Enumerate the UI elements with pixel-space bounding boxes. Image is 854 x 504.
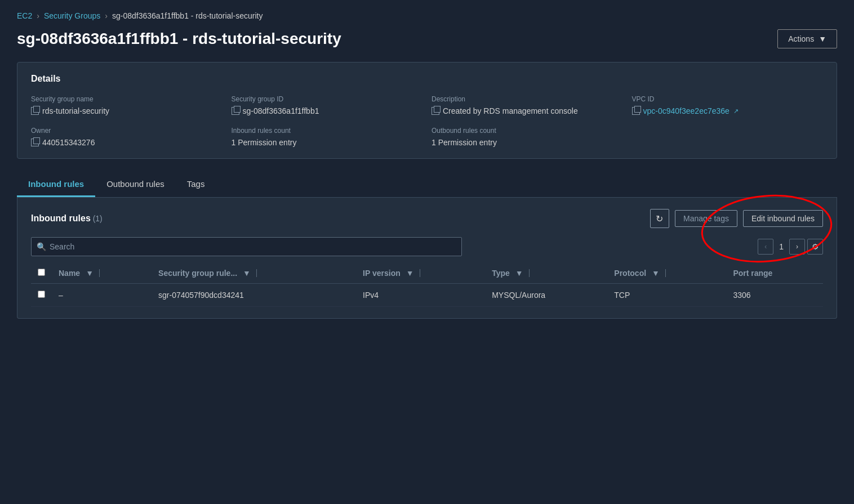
col-label-ip-version: IP version — [363, 269, 401, 278]
table-scroll-container[interactable]: Name ▼ Security group rule... ▼ — [31, 263, 823, 307]
detail-label-vpc-id: VPC ID — [632, 95, 824, 103]
col-divider-protocol — [665, 269, 666, 277]
row-protocol: TCP — [607, 284, 726, 307]
edit-inbound-rules-button[interactable]: Edit inbound rules — [743, 210, 823, 227]
detail-value-vpc-id: vpc-0c940f3ee2ec7e36e ↗ — [632, 106, 824, 115]
col-header-rule-id[interactable]: Security group rule... ▼ — [152, 263, 356, 284]
col-header-ip-version[interactable]: IP version ▼ — [356, 263, 485, 284]
page-number: 1 — [776, 242, 787, 251]
detail-security-group-id: Security group ID sg-08df3636a1f1ffbb1 — [232, 95, 423, 115]
details-card: Details Security group name rds-tutorial… — [17, 62, 837, 159]
detail-label-inbound-count: Inbound rules count — [232, 127, 423, 135]
sg-id-text: sg-08df3636a1f1ffbb1 — [243, 106, 319, 115]
copy-icon-sg-name[interactable] — [31, 107, 39, 115]
search-icon: 🔍 — [37, 242, 46, 251]
detail-value-sg-id: sg-08df3636a1f1ffbb1 — [232, 106, 423, 115]
manage-tags-button[interactable]: Manage tags — [675, 210, 737, 227]
rules-title-wrapper: Inbound rules (1) — [31, 213, 103, 224]
detail-label-sg-name: Security group name — [31, 95, 223, 103]
table-settings-button[interactable]: ⚙ — [807, 239, 823, 255]
detail-security-group-name: Security group name rds-tutorial-securit… — [31, 95, 223, 115]
detail-inbound-count: Inbound rules count 1 Permission entry — [232, 127, 423, 147]
row-ip-version: IPv4 — [356, 284, 485, 307]
breadcrumb-sep-1: › — [37, 11, 39, 20]
breadcrumb: EC2 › Security Groups › sg-08df3636a1f1f… — [17, 11, 837, 20]
sort-icon-name: ▼ — [86, 269, 94, 278]
col-label-type: Type — [492, 269, 510, 278]
actions-button[interactable]: Actions ▼ — [777, 29, 837, 48]
breadcrumb-current: sg-08df3636a1f1ffbb1 - rds-tutorial-secu… — [112, 11, 263, 20]
tab-outbound-rules[interactable]: Outbound rules — [95, 172, 176, 197]
next-page-button[interactable]: › — [789, 239, 805, 255]
copy-icon-sg-id[interactable] — [232, 107, 239, 115]
table-header-row: Name ▼ Security group rule... ▼ — [31, 263, 823, 284]
col-divider-rule-id — [256, 269, 257, 277]
tab-tags[interactable]: Tags — [176, 172, 216, 197]
rules-title: Inbound rules — [31, 213, 91, 223]
detail-value-sg-name: rds-tutorial-security — [31, 106, 223, 115]
tabs: Inbound rules Outbound rules Tags — [17, 172, 837, 197]
detail-value-owner: 440515343276 — [31, 138, 223, 147]
detail-outbound-count: Outbound rules count 1 Permission entry — [432, 127, 623, 147]
copy-icon-description[interactable] — [432, 107, 439, 115]
sg-name-text: rds-tutorial-security — [42, 106, 109, 115]
col-label-port-range: Port range — [733, 269, 772, 278]
detail-value-inbound-count: 1 Permission entry — [232, 138, 423, 147]
detail-label-outbound-count: Outbound rules count — [432, 127, 623, 135]
row-rule-id: sgr-074057f90dcd34241 — [152, 284, 356, 307]
row-checkbox-cell — [31, 284, 52, 307]
detail-vpc-id: VPC ID vpc-0c940f3ee2ec7e36e ↗ — [632, 95, 824, 115]
breadcrumb-ec2[interactable]: EC2 — [17, 11, 32, 20]
detail-owner: Owner 440515343276 — [31, 127, 223, 147]
select-all-checkbox[interactable] — [38, 269, 45, 276]
owner-text: 440515343276 — [42, 138, 95, 147]
tab-inbound-rules[interactable]: Inbound rules — [17, 172, 95, 197]
row-port-range: 3306 — [726, 284, 823, 307]
details-grid: Security group name rds-tutorial-securit… — [31, 95, 823, 147]
outbound-count-text: 1 Permission entry — [432, 138, 497, 147]
col-header-port-range: Port range — [726, 263, 823, 284]
settings-icon: ⚙ — [812, 242, 819, 251]
rules-count: (1) — [93, 214, 103, 223]
col-divider-type — [529, 269, 530, 277]
detail-description: Description Created by RDS management co… — [432, 95, 623, 115]
col-divider-name — [99, 269, 100, 277]
col-label-name: Name — [59, 269, 80, 278]
row-type: MYSQL/Aurora — [485, 284, 607, 307]
page-header: sg-08df3636a1f1ffbb1 - rds-tutorial-secu… — [17, 29, 837, 48]
detail-label-owner: Owner — [31, 127, 223, 135]
col-header-type[interactable]: Type ▼ — [485, 263, 607, 284]
col-divider-ip-version — [420, 269, 420, 277]
vpc-id-link[interactable]: vpc-0c940f3ee2ec7e36e ↗ — [643, 106, 739, 115]
actions-label: Actions — [788, 34, 814, 43]
vpc-id-text: vpc-0c940f3ee2ec7e36e — [643, 106, 730, 115]
breadcrumb-sep-2: › — [105, 11, 108, 20]
detail-label-description: Description — [432, 95, 623, 103]
sort-icon-rule-id: ▼ — [243, 269, 251, 278]
copy-icon-owner[interactable] — [31, 139, 39, 146]
col-header-name[interactable]: Name ▼ — [52, 263, 152, 284]
rules-header: Inbound rules (1) ↻ Manage tags Edit inb… — [31, 209, 823, 228]
chevron-down-icon: ▼ — [819, 34, 826, 43]
external-link-icon: ↗ — [733, 108, 739, 115]
detail-label-sg-id: Security group ID — [232, 95, 423, 103]
detail-value-outbound-count: 1 Permission entry — [432, 138, 623, 147]
row-name: – — [52, 284, 152, 307]
details-title: Details — [31, 74, 823, 84]
copy-icon-vpc-id[interactable] — [632, 107, 640, 115]
row-checkbox[interactable] — [38, 291, 45, 298]
col-label-rule-id: Security group rule... — [158, 269, 237, 278]
header-checkbox-cell — [31, 263, 52, 284]
refresh-button[interactable]: ↻ — [650, 209, 669, 228]
refresh-icon: ↻ — [656, 213, 663, 224]
breadcrumb-security-groups[interactable]: Security Groups — [44, 11, 100, 20]
prev-page-button[interactable]: ‹ — [758, 239, 773, 255]
sort-icon-protocol: ▼ — [652, 269, 660, 278]
search-input[interactable] — [31, 237, 462, 256]
rules-section: Inbound rules (1) ↻ Manage tags Edit inb… — [17, 198, 837, 319]
table-body: – sgr-074057f90dcd34241 IPv4 MYSQL/Auror… — [31, 284, 823, 307]
pagination: ‹ 1 › ⚙ — [758, 239, 823, 255]
detail-value-description: Created by RDS management console — [432, 106, 623, 115]
col-label-protocol: Protocol — [614, 269, 646, 278]
col-header-protocol[interactable]: Protocol ▼ — [607, 263, 726, 284]
